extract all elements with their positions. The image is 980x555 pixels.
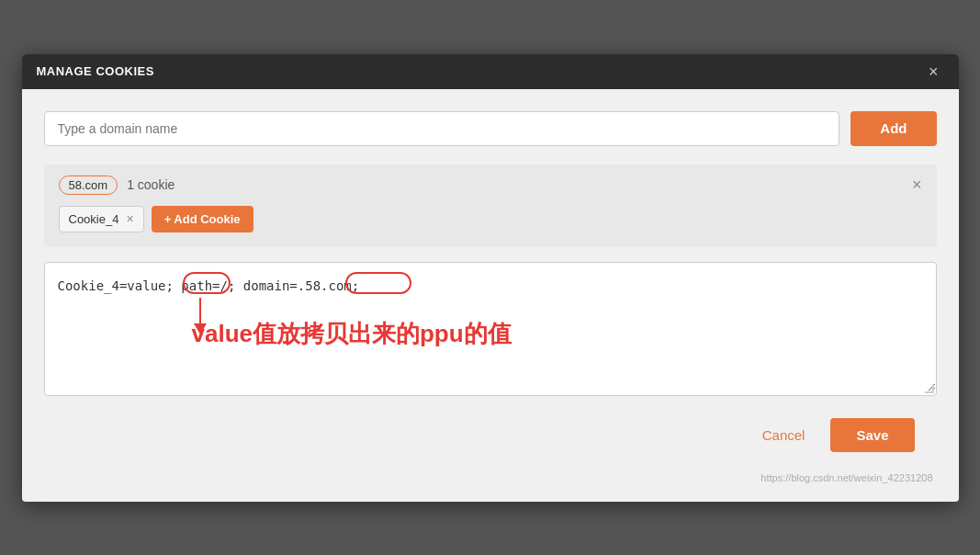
cookie-tags-row: Cookie_4 × + Add Cookie [59,206,922,232]
domain-section-header: 58.com 1 cookie × [59,176,922,195]
domain-section: 58.com 1 cookie × Cookie_4 × + Add Cooki… [44,164,937,247]
add-cookie-button[interactable]: + Add Cookie [152,206,253,232]
cancel-button[interactable]: Cancel [751,420,817,450]
cookie-tag: Cookie_4 × [59,206,144,232]
domain-label-group: 58.com 1 cookie [59,176,175,195]
cookie-count: 1 cookie [127,177,175,192]
cookie-tag-remove-button[interactable]: × [126,212,133,225]
domain-name-badge: 58.com [59,176,118,195]
cookie-editor-textarea[interactable]: Cookie_4=value; path=/; domain=.58.com; [45,263,936,391]
watermark: https://blog.csdn.net/weixin_42231208 [44,470,937,487]
domain-remove-button[interactable]: × [912,176,922,193]
cookie-editor-area: Cookie_4=value; path=/; domain=.58.com; … [44,262,937,396]
add-domain-button[interactable]: Add [850,111,936,146]
manage-cookies-dialog: MANAGE COOKIES × Add 58.com 1 cookie × C… [22,54,959,502]
domain-input-row: Add [44,111,937,146]
dialog-body: Add 58.com 1 cookie × Cookie_4 × + Add C… [22,89,959,502]
domain-input[interactable] [44,111,840,146]
dialog-title: MANAGE COOKIES [37,64,154,78]
dialog-header: MANAGE COOKIES × [22,54,959,89]
cookie-tag-name: Cookie_4 [69,212,119,226]
dialog-footer: Cancel Save [44,411,937,470]
resize-handle[interactable] [925,384,934,393]
dialog-close-button[interactable]: × [923,62,944,82]
save-button[interactable]: Save [830,418,914,452]
